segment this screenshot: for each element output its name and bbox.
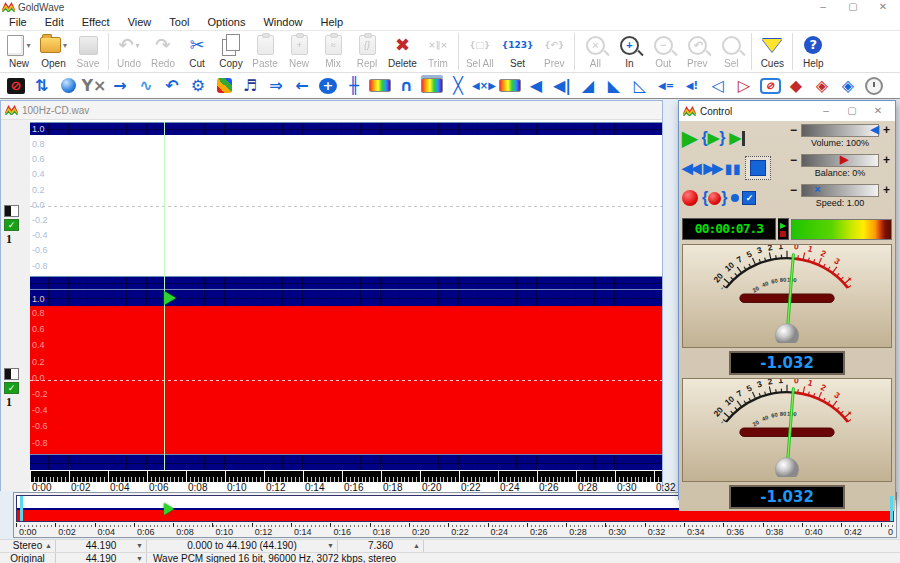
volume-maximize-icon[interactable]: ◀! xyxy=(679,74,705,97)
maximize-button[interactable]: ▢ xyxy=(838,0,868,14)
monitor-off-icon[interactable]: ⊘ xyxy=(3,74,29,97)
menu-effect[interactable]: Effect xyxy=(73,14,119,30)
stop-button[interactable] xyxy=(745,156,771,180)
control-minimize-button[interactable]: – xyxy=(813,104,839,118)
overview-play-marker-icon[interactable] xyxy=(164,503,174,515)
minimize-button[interactable]: – xyxy=(808,0,838,14)
dropdown-arrow-icon[interactable]: ▾ xyxy=(26,41,30,50)
shape-mixer-icon[interactable] xyxy=(211,74,237,97)
music-score-icon[interactable]: ♬ xyxy=(237,74,263,97)
overview-right-channel[interactable] xyxy=(17,510,893,521)
help-button[interactable]: ?Help xyxy=(796,31,830,72)
volume-match-icon[interactable]: ◀= xyxy=(653,74,679,97)
balance-plus-button[interactable]: + xyxy=(881,154,892,166)
menu-tool[interactable]: Tool xyxy=(160,14,198,30)
mechanize-icon[interactable]: ⚙ xyxy=(185,74,211,97)
cut-button[interactable]: ✂Cut xyxy=(180,31,214,72)
control-close-button[interactable]: ✕ xyxy=(865,104,891,118)
channel-2-badge[interactable]: ✓ 1 xyxy=(4,368,20,410)
speed-thumb-icon[interactable]: × xyxy=(814,183,820,196)
channel-enabled-checkbox[interactable]: ✓ xyxy=(4,219,19,231)
new-button[interactable]: ▾New xyxy=(2,31,36,72)
filter-gate-icon[interactable]: ∩ xyxy=(393,74,419,97)
menu-edit[interactable]: Edit xyxy=(36,14,73,30)
volume-plus-button[interactable]: + xyxy=(881,124,892,136)
waveform-area[interactable]: 1.0 0.80.60.40.20.0-0.2-0.4-0.6-0.8 1.0 … xyxy=(30,120,662,491)
spectrum-cart-icon[interactable] xyxy=(497,74,523,97)
fade-corner-icon[interactable]: ◺ xyxy=(627,74,653,97)
speaker-left-icon[interactable]: ◀ xyxy=(523,74,549,97)
menu-options[interactable]: Options xyxy=(198,14,254,30)
copy-button[interactable]: Copy xyxy=(214,31,248,72)
equalizer-icon[interactable]: ╫ xyxy=(341,74,367,97)
doppler-icon[interactable]: ∿ xyxy=(133,74,159,97)
balance-minus-button[interactable]: − xyxy=(788,154,799,166)
close-button[interactable]: ✕ xyxy=(868,0,898,14)
fade-out-icon[interactable]: ◣ xyxy=(601,74,627,97)
speed-slider[interactable]: × xyxy=(801,184,879,197)
delete-button[interactable]: ✖Delete xyxy=(384,31,421,72)
cues-button[interactable]: Cues xyxy=(755,31,789,72)
play-device-icon[interactable]: ▷ xyxy=(731,74,757,97)
channel-view-icon[interactable] xyxy=(4,368,19,380)
pitch-icon[interactable]: ⇒ xyxy=(263,74,289,97)
rewind-button[interactable]: ◀◀ xyxy=(682,160,700,176)
pan-control-icon[interactable]: + xyxy=(315,74,341,97)
balance-thumb-icon[interactable]: ▶ xyxy=(840,153,848,166)
left-channel-waveform[interactable]: 0.80.60.40.20.0-0.2-0.4-0.6-0.8 xyxy=(30,135,662,276)
play-to-end-button[interactable]: ▶ xyxy=(729,130,745,146)
record-selection-button[interactable]: {} xyxy=(702,189,727,207)
right-channel-waveform[interactable]: 0.80.60.40.20.0-0.2-0.4-0.6-0.8 xyxy=(30,306,662,454)
menu-view[interactable]: View xyxy=(119,14,161,30)
in-button[interactable]: +In xyxy=(612,31,646,72)
diamond-marker-icon[interactable]: ◈ xyxy=(809,74,835,97)
selection-start-marker[interactable] xyxy=(20,496,23,521)
menu-help[interactable]: Help xyxy=(312,14,353,30)
channel-1-badge[interactable]: ✓ 1 xyxy=(4,205,20,247)
open-button[interactable]: ▾Open xyxy=(36,31,71,72)
stereo-center-icon[interactable]: ◀×▶ xyxy=(471,74,497,97)
speaker-level-icon[interactable]: ◀| xyxy=(549,74,575,97)
set-button[interactable]: {123}Set xyxy=(498,31,538,72)
status-selection-range[interactable]: 0.000 to 44.190 (44.190)▼ xyxy=(147,540,338,552)
diamond-red-icon[interactable]: ◆ xyxy=(783,74,809,97)
offset-right-icon[interactable]: → xyxy=(107,74,133,97)
volume-thumb-speaker-icon[interactable]: ◀ xyxy=(871,123,879,136)
noise-reduction-icon[interactable]: ╳ xyxy=(445,74,471,97)
playback-marker-icon[interactable] xyxy=(164,291,176,305)
menu-file[interactable]: File xyxy=(0,14,36,30)
menu-window[interactable]: Window xyxy=(254,14,311,30)
sphere-effect-icon[interactable] xyxy=(55,74,81,97)
spectrum-filter-icon[interactable] xyxy=(419,74,445,97)
volume-slider[interactable]: ◀ xyxy=(801,124,879,137)
speaker-line-icon[interactable]: ◁ xyxy=(705,74,731,97)
reverse-icon[interactable]: ↶ xyxy=(159,74,185,97)
dropdown-arrow-icon[interactable]: ▾ xyxy=(63,41,67,50)
status-total-length[interactable]: 44.190▼ xyxy=(56,540,147,552)
record-button[interactable] xyxy=(682,190,698,206)
channel-view-icon[interactable] xyxy=(4,205,19,217)
control-title-bar[interactable]: Control – ▢ ✕ xyxy=(679,101,895,121)
fast-forward-button[interactable]: ▶▶ xyxy=(704,160,722,176)
status-original-length[interactable]: 44.190▼ xyxy=(56,553,147,563)
shape-volume-icon[interactable]: ⇅ xyxy=(29,74,55,97)
fade-in-icon[interactable]: ◢ xyxy=(575,74,601,97)
play-button[interactable]: ▶ xyxy=(682,127,697,149)
balance-slider[interactable]: ▶ xyxy=(801,154,879,167)
clock-icon[interactable] xyxy=(861,74,887,97)
speed-plus-button[interactable]: + xyxy=(881,184,892,196)
monitor-bubble-icon[interactable]: ⊘ xyxy=(757,74,783,97)
status-channel-mode[interactable]: Stereo▲ xyxy=(0,540,56,552)
diamond-blue-icon[interactable]: ◈ xyxy=(835,74,861,97)
control-maximize-button[interactable]: ▢ xyxy=(839,104,865,118)
speed-minus-button[interactable]: − xyxy=(788,184,799,196)
offset-left-icon[interactable]: ← xyxy=(289,74,315,97)
dropdown-arrow-icon[interactable]: ▾ xyxy=(136,41,140,50)
play-selection-button[interactable]: {▶} xyxy=(701,129,725,147)
time-ruler[interactable] xyxy=(30,471,662,482)
pause-button[interactable]: ▮▮ xyxy=(725,161,741,176)
expression-evaluator-icon[interactable]: Y× xyxy=(81,74,107,97)
selection-end-marker[interactable] xyxy=(890,496,893,521)
channel-enabled-checkbox[interactable]: ✓ xyxy=(4,382,19,394)
monitor-toggle[interactable]: ✓ xyxy=(731,191,756,205)
